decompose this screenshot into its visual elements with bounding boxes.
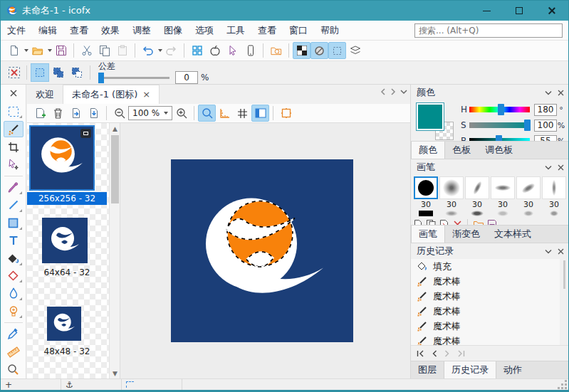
- history-panel-collapse-icon[interactable]: [545, 249, 552, 254]
- transparency-grid-toggle[interactable]: [293, 42, 310, 59]
- import-image-button[interactable]: [67, 105, 85, 122]
- eyedropper-tool[interactable]: [4, 326, 24, 342]
- tolerance-slider[interactable]: [98, 77, 169, 79]
- redo-button[interactable]: [162, 42, 180, 59]
- canvas-workspace[interactable]: [120, 123, 410, 378]
- zoom-out-button[interactable]: [110, 105, 128, 122]
- hue-slider-handle[interactable]: [498, 104, 504, 115]
- rulers-toggle[interactable]: [216, 105, 234, 122]
- history-last-icon[interactable]: [457, 350, 465, 357]
- tab-palette[interactable]: 调色板: [478, 142, 520, 159]
- menu-image[interactable]: 图像: [157, 21, 189, 40]
- magnify-toggle[interactable]: [198, 105, 216, 122]
- search-input[interactable]: [415, 24, 562, 37]
- tab-untitled-icon[interactable]: 未命名-1 (图标) ×: [63, 85, 160, 104]
- fit-window-button[interactable]: [277, 105, 295, 122]
- color-swatches[interactable]: [417, 103, 456, 143]
- tolerance-input[interactable]: [175, 71, 198, 84]
- deselect-button[interactable]: [5, 64, 23, 81]
- menu-view2[interactable]: 查看: [251, 21, 283, 40]
- brush-angle-2[interactable]: 30: [516, 176, 541, 209]
- browse-folder-button[interactable]: [267, 42, 285, 59]
- history-panel-close-icon[interactable]: [558, 248, 564, 255]
- saturation-slider-handle[interactable]: [524, 120, 531, 131]
- line-tool[interactable]: [4, 197, 24, 213]
- brush-panel-close-icon[interactable]: [558, 164, 564, 171]
- color-panel-close-icon[interactable]: [558, 90, 564, 96]
- tab-layers[interactable]: 图层: [411, 361, 444, 378]
- history-first-icon[interactable]: [417, 350, 424, 357]
- zoom-level-select[interactable]: 100 %: [128, 106, 172, 120]
- close-button[interactable]: [536, 1, 568, 21]
- rectangle-tool[interactable]: [4, 215, 24, 231]
- history-item-wand-4[interactable]: 魔术棒: [411, 319, 560, 334]
- icon-canvas[interactable]: [171, 159, 353, 342]
- tab-color[interactable]: 颜色: [411, 142, 445, 159]
- menu-tools[interactable]: 工具: [220, 21, 251, 40]
- tab-list-icon[interactable]: [400, 89, 407, 95]
- grid-toggle[interactable]: [234, 105, 251, 122]
- tab-swatches[interactable]: 色板: [445, 142, 478, 159]
- history-item-wand-2[interactable]: 魔术棒: [411, 289, 560, 304]
- menu-view[interactable]: 查看: [63, 21, 95, 40]
- delete-image-button[interactable]: [49, 105, 67, 122]
- crop-tool[interactable]: [4, 139, 24, 155]
- scroll-down-icon[interactable]: ▼: [110, 368, 120, 378]
- open-button[interactable]: [28, 42, 46, 59]
- export-image-button[interactable]: [85, 105, 103, 122]
- show-selection-toggle[interactable]: [328, 42, 346, 59]
- copy-button[interactable]: [95, 42, 113, 59]
- history-item-fill[interactable]: 填充: [411, 259, 560, 274]
- history-item-wand-5[interactable]: 魔术棒: [411, 334, 560, 345]
- menu-effects[interactable]: 效果: [95, 21, 126, 40]
- fill-tool[interactable]: [4, 250, 24, 267]
- tab-scroll-left-icon[interactable]: [380, 88, 386, 95]
- add-selection-mode-button[interactable]: [49, 63, 68, 82]
- history-item-wand-1[interactable]: 魔术棒: [411, 274, 560, 289]
- tab-actions[interactable]: 动作: [496, 361, 529, 378]
- phone-format-button[interactable]: [241, 42, 259, 59]
- subtract-selection-mode-button[interactable]: [68, 63, 86, 82]
- paste-button[interactable]: [113, 42, 131, 59]
- menu-help[interactable]: 帮助: [314, 21, 345, 40]
- panels-toggle[interactable]: [251, 105, 269, 122]
- history-scrollbar[interactable]: [563, 260, 565, 289]
- search-box[interactable]: [414, 23, 563, 38]
- saturation-slider[interactable]: [469, 122, 530, 128]
- history-item-wand-3[interactable]: 魔术棒: [411, 304, 560, 319]
- menu-edit[interactable]: 编辑: [32, 21, 63, 40]
- primary-color-swatch[interactable]: [417, 103, 444, 130]
- move-tool[interactable]: [4, 157, 24, 173]
- effect-tool[interactable]: [4, 303, 24, 319]
- menu-window[interactable]: 窗口: [283, 21, 314, 40]
- magic-wand-tool[interactable]: [4, 121, 24, 137]
- resize-grip[interactable]: [558, 381, 567, 389]
- tab-scroll-right-icon[interactable]: [390, 88, 396, 95]
- add-image-button[interactable]: [31, 105, 49, 122]
- blur-tool[interactable]: [4, 285, 24, 302]
- format-list-scrollbar[interactable]: ▲ ▼: [109, 123, 120, 378]
- menu-options[interactable]: 选项: [189, 21, 220, 40]
- saturation-value[interactable]: 100: [534, 120, 557, 132]
- brush-round-hard[interactable]: 30: [414, 176, 438, 209]
- minimize-button[interactable]: [470, 1, 503, 21]
- scroll-up-icon[interactable]: ▲: [110, 123, 120, 134]
- zoom-tool[interactable]: [4, 361, 24, 378]
- history-prev-icon[interactable]: [432, 350, 437, 357]
- brush-round-soft[interactable]: 30: [439, 176, 464, 209]
- brush-vertical[interactable]: 30: [542, 176, 566, 209]
- brush-angle-1[interactable]: 30: [465, 176, 489, 209]
- tab-close-icon[interactable]: ×: [142, 85, 150, 104]
- tab-welcome[interactable]: 欢迎: [27, 85, 63, 104]
- ruler-tool[interactable]: [4, 344, 24, 360]
- menu-adjust[interactable]: 调整: [126, 21, 157, 40]
- undo-button[interactable]: [139, 42, 157, 59]
- save-button[interactable]: [52, 42, 70, 59]
- windows-format-button[interactable]: [188, 42, 206, 59]
- brush-panel-collapse-icon[interactable]: [545, 165, 552, 170]
- rect-select-tool[interactable]: [4, 103, 24, 120]
- tab-gradient[interactable]: 渐变色: [445, 226, 487, 243]
- tab-brush[interactable]: 画笔: [411, 226, 445, 243]
- new-document-button[interactable]: [5, 42, 23, 59]
- maximize-button[interactable]: [503, 1, 536, 21]
